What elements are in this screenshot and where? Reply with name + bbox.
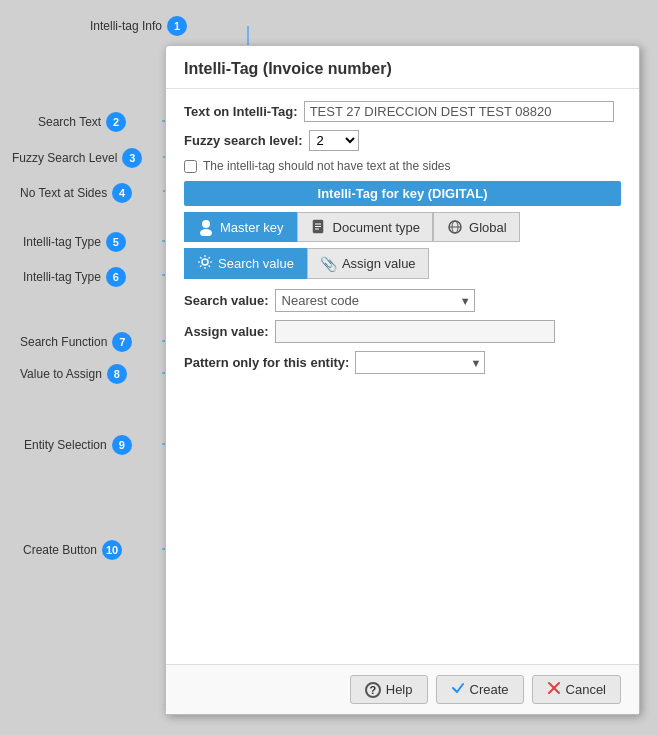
assign-value-label: Assign value: [184,324,269,339]
annotation-label-3: Fuzzy Search Level [12,151,117,165]
tab-global-label: Global [469,220,507,235]
clip-icon: 📎 [320,256,337,272]
badge-8: 8 [107,364,127,384]
annotation-label-8: Value to Assign [20,367,102,381]
annotation-5: Intelli-tag Type 5 [23,232,126,252]
create-icon [451,681,465,698]
no-text-at-sides-label: The intelli-tag should not have text at … [203,159,450,173]
assign-value-row: Assign value: [184,320,621,343]
annotation-1: Intelli-tag Info 1 [90,16,187,36]
annotation-2: Search Text 2 [38,112,126,132]
tab-assign-value-label: Assign value [342,256,416,271]
no-text-at-sides-checkbox[interactable] [184,160,197,173]
annotation-10: Create Button 10 [23,540,122,560]
badge-10: 10 [102,540,122,560]
annotation-9: Entity Selection 9 [24,435,132,455]
no-text-at-sides-row: The intelli-tag should not have text at … [184,159,621,173]
annotation-7: Search Function 7 [20,332,132,352]
cancel-label: Cancel [566,682,606,697]
tab-assign-value[interactable]: 📎 Assign value [307,248,429,279]
dialog-body: Text on Intelli-Tag: Fuzzy search level:… [166,89,639,664]
doc-icon [310,218,328,236]
text-on-tag-row: Text on Intelli-Tag: [184,101,621,122]
cancel-icon [547,681,561,698]
gear-icon [197,254,213,273]
pattern-row: Pattern only for this entity: ▼ [184,351,621,374]
tab-document-type[interactable]: Document type [297,212,433,242]
text-on-tag-input[interactable] [304,101,614,122]
badge-5: 5 [106,232,126,252]
badge-3: 3 [122,148,142,168]
tab-document-type-label: Document type [333,220,420,235]
tab-row-2: Search value 📎 Assign value [184,248,621,279]
badge-9: 9 [112,435,132,455]
highlight-bar: Intelli-Tag for key (DIGITAL) [184,181,621,206]
svg-point-12 [200,229,212,236]
badge-4: 4 [112,183,132,203]
annotation-label-1: Intelli-tag Info [90,19,162,33]
person-icon [197,218,215,236]
annotation-label-10: Create Button [23,543,97,557]
pattern-select-wrap: ▼ [355,351,485,374]
outer-container: Intelli-tag Info 1 Search Text 2 Fuzzy S… [0,0,658,735]
annotation-8: Value to Assign 8 [20,364,127,384]
annotation-3: Fuzzy Search Level 3 [12,148,142,168]
annotation-label-2: Search Text [38,115,101,129]
badge-7: 7 [112,332,132,352]
fuzzy-select[interactable]: 2 1 3 [309,130,359,151]
tab-global[interactable]: Global [433,212,520,242]
search-value-label: Search value: [184,293,269,308]
help-label: Help [386,682,413,697]
svg-point-20 [202,259,208,265]
dialog: Intelli-Tag (Invoice number) Text on Int… [165,45,640,715]
tab-master-key[interactable]: Master key [184,212,297,242]
search-value-row: Search value: Nearest code Exact match C… [184,289,621,312]
fuzzy-row: Fuzzy search level: 2 1 3 [184,130,621,151]
search-value-select-wrap: Nearest code Exact match Contains Starts… [275,289,475,312]
tab-search-value-label: Search value [218,256,294,271]
search-value-select[interactable]: Nearest code Exact match Contains Starts… [275,289,475,312]
dialog-footer: ? Help Create Cancel [166,664,639,714]
create-button[interactable]: Create [436,675,524,704]
help-button[interactable]: ? Help [350,675,428,704]
fuzzy-label: Fuzzy search level: [184,133,303,148]
cancel-button[interactable]: Cancel [532,675,621,704]
assign-value-input[interactable] [275,320,555,343]
badge-6: 6 [106,267,126,287]
annotation-label-5: Intelli-tag Type [23,235,101,249]
svg-point-11 [202,220,210,228]
pattern-label: Pattern only for this entity: [184,355,349,370]
tab-master-key-label: Master key [220,220,284,235]
text-on-tag-label: Text on Intelli-Tag: [184,104,298,119]
dialog-title: Intelli-Tag (Invoice number) [166,46,639,89]
annotation-label-9: Entity Selection [24,438,107,452]
globe-icon [446,218,464,236]
annotation-6: Intelli-tag Type 6 [23,267,126,287]
badge-1: 1 [167,16,187,36]
annotation-label-4: No Text at Sides [20,186,107,200]
annotation-4: No Text at Sides 4 [20,183,132,203]
create-label: Create [470,682,509,697]
tab-search-value[interactable]: Search value [184,248,307,279]
annotation-label-6: Intelli-tag Type [23,270,101,284]
pattern-select[interactable] [355,351,485,374]
badge-2: 2 [106,112,126,132]
tab-row-1: Master key Document type [184,212,621,242]
annotation-label-7: Search Function [20,335,107,349]
help-icon: ? [365,682,381,698]
